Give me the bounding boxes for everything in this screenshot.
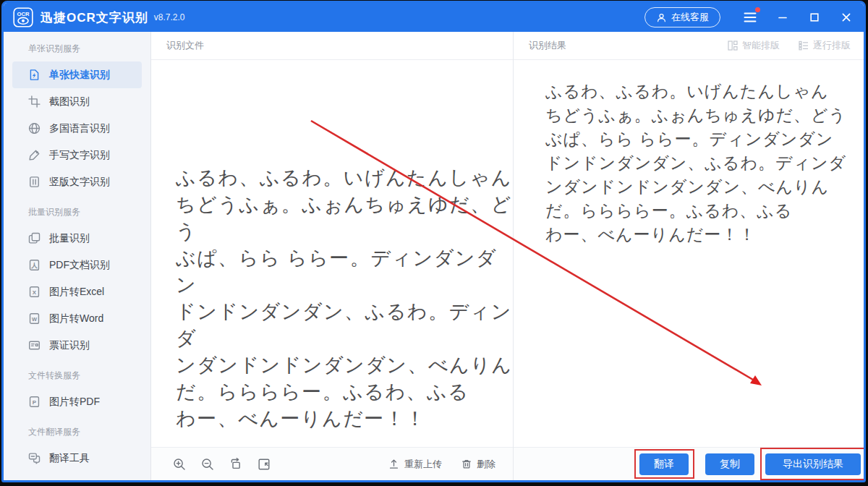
excel-icon: X	[28, 286, 41, 298]
line-layout-icon	[799, 40, 809, 51]
result-line: ンダンドンドンダンダン、べんりん	[545, 175, 846, 199]
result-toolbar: 翻译 复制 导出识别结果	[514, 447, 864, 480]
sidebar-item-ticket-recognition[interactable]: 票证识别	[12, 332, 142, 359]
pdf-convert-icon: P	[28, 396, 41, 408]
result-line: わー、べんーりんだー！！	[545, 223, 846, 247]
source-panel: 识别文件 ふるわ、ふるわ。いげんたんしゃん ちどうふぁ。ふぉんちゅえゆだ、どう …	[151, 32, 514, 480]
line-layout-label: 逐行排版	[813, 39, 851, 52]
app-title: 迅捷OCR文字识别	[41, 9, 148, 26]
app-version: v8.7.2.0	[154, 12, 185, 22]
crop-icon	[28, 95, 41, 108]
zoom-in-icon[interactable]	[173, 458, 186, 471]
logo-text: OCR	[17, 11, 30, 17]
trash-icon	[461, 459, 472, 470]
sidebar-item-handwriting-recognition[interactable]: 手写文字识别	[12, 142, 142, 169]
svg-text:X: X	[33, 289, 37, 296]
reupload-button[interactable]: 重新上传	[388, 458, 442, 471]
translate-bubbles-icon	[28, 452, 41, 464]
sidebar-item-screenshot-recognition[interactable]: 截图识别	[12, 88, 142, 115]
online-support-button[interactable]: 在线客服	[644, 7, 720, 27]
sidebar-item-label: 图片转Excel	[49, 286, 104, 299]
sidebar-item-multilanguage-recognition[interactable]: 多国语言识别	[12, 115, 142, 142]
smart-layout-label: 智能排版	[742, 39, 780, 52]
ticket-icon	[28, 339, 41, 351]
result-text-area[interactable]: ふるわ、ふるわ。いげんたんしゃん ちどうふぁ。ふぉんちゅえゆだ、どう ぶぱ、らら…	[514, 60, 864, 447]
sidebar-item-vertical-text-recognition[interactable]: 竖版文字识别	[12, 169, 142, 195]
sidebar-item-label: 票证识别	[49, 339, 90, 352]
result-line: ふるわ、ふるわ。いげんたんしゃん	[545, 80, 846, 103]
copy-button[interactable]: 复制	[705, 453, 754, 475]
app-window: OCR 迅捷OCR文字识别 v8.7.2.0 在线客服	[1, 1, 866, 482]
source-line: ちどうふぁ。ふぉんちゅえゆだ、どう	[176, 192, 513, 245]
svg-text:人: 人	[30, 262, 38, 269]
sidebar-group-batch: 批量识别服务	[28, 205, 150, 218]
fit-screen-icon[interactable]	[258, 458, 271, 471]
maximize-button[interactable]	[807, 10, 822, 25]
word-icon: W	[28, 312, 41, 325]
sidebar-item-label: 图片转Word	[49, 312, 103, 325]
source-toolbar: 重新上传 删除	[151, 447, 513, 480]
sidebar-item-label: PDF文档识别	[49, 259, 110, 272]
copies-icon	[28, 232, 41, 244]
export-results-button[interactable]: 导出识别结果	[765, 453, 861, 475]
smart-layout-button[interactable]: 智能排版	[728, 39, 780, 52]
reupload-label: 重新上传	[404, 458, 442, 471]
app-logo-icon: OCR	[13, 7, 33, 27]
sidebar: 单张识别服务 单张快速识别 截图识别 多国语言识别	[4, 32, 151, 480]
delete-button[interactable]: 删除	[461, 458, 495, 471]
result-panel-title: 识别结果	[529, 39, 566, 52]
sidebar-item-translate-tool[interactable]: 翻译工具	[12, 445, 142, 472]
sidebar-group-translate: 文件翻译服务	[28, 425, 150, 438]
sidebar-item-label: 批量识别	[49, 232, 90, 245]
smart-layout-icon	[728, 40, 738, 51]
vertical-text-icon	[28, 176, 41, 188]
source-line: ふるわ、ふるわ。いげんたんしゃん	[176, 165, 513, 192]
sidebar-item-label: 单张快速识别	[49, 69, 110, 82]
sidebar-item-label: 多国语言识别	[49, 122, 110, 135]
source-line: ぶぱ、らら ららー。ディンダンダン	[176, 245, 513, 299]
sidebar-item-label: 翻译工具	[49, 452, 90, 465]
svg-text:P: P	[33, 399, 37, 406]
result-line: ぶぱ、らら ららー。ディンダンダン	[545, 127, 846, 151]
result-text: ふるわ、ふるわ。いげんたんしゃん ちどうふぁ。ふぉんちゅえゆだ、どう ぶぱ、らら…	[545, 80, 846, 247]
sidebar-item-pdf-recognition[interactable]: 人 PDF文档识别	[12, 252, 142, 278]
line-layout-button[interactable]: 逐行排版	[799, 39, 851, 52]
sidebar-item-label: 竖版文字识别	[49, 176, 110, 189]
minimize-button[interactable]	[775, 10, 790, 25]
delete-label: 删除	[477, 458, 495, 471]
notification-dot	[755, 7, 760, 12]
sidebar-item-label: 手写文字识别	[49, 149, 110, 162]
sidebar-item-label: 图片转PDF	[49, 396, 100, 409]
upload-icon	[388, 458, 400, 470]
result-line: ちどうふぁ。ふぉんちゅえゆだ、どう	[545, 103, 846, 127]
result-line: ドンドンダンダン、ふるわ。ディンダ	[545, 151, 846, 175]
result-panel: 识别结果 智能排版 逐行排版 ふるわ、ふるわ。いげんたんしゃん ちどうふぁ。ふぉ…	[514, 32, 864, 480]
person-icon	[656, 12, 667, 23]
sidebar-item-image-to-pdf[interactable]: P 图片转PDF	[12, 388, 142, 415]
sidebar-item-quick-recognition[interactable]: 单张快速识别	[12, 61, 142, 88]
sidebar-item-image-to-excel[interactable]: X 图片转Excel	[12, 278, 142, 305]
globe-icon	[28, 122, 41, 135]
menu-button[interactable]	[742, 9, 758, 25]
pdf-file-icon: 人	[28, 259, 41, 271]
sidebar-group-convert: 文件转换服务	[28, 369, 150, 382]
source-line: わー、べんーりんだー！！	[176, 406, 513, 432]
sidebar-group-single: 单张识别服务	[28, 42, 150, 55]
result-line: だ。ららららー。ふるわ、ふる	[545, 199, 846, 223]
translate-button[interactable]: 翻译	[639, 453, 689, 475]
sidebar-item-label: 截图识别	[49, 95, 90, 108]
zoom-out-icon[interactable]	[201, 458, 214, 471]
source-line: だ。ららららー。ふるわ、ふる	[176, 379, 513, 406]
close-button[interactable]	[839, 10, 854, 25]
titlebar: OCR 迅捷OCR文字识别 v8.7.2.0 在线客服	[4, 3, 864, 32]
result-panel-header: 识别结果 智能排版 逐行排版	[514, 32, 864, 60]
source-image-area: ふるわ、ふるわ。いげんたんしゃん ちどうふぁ。ふぉんちゅえゆだ、どう ぶぱ、らら…	[151, 60, 513, 447]
sidebar-item-batch-recognition[interactable]: 批量识别	[12, 225, 142, 252]
pen-icon	[28, 149, 41, 161]
source-line: ンダンドンドンダンダン、べんりん	[176, 352, 513, 379]
rotate-icon[interactable]	[229, 458, 242, 471]
svg-text:W: W	[32, 316, 37, 323]
sidebar-item-image-to-word[interactable]: W 图片转Word	[12, 305, 142, 332]
screen: { "app": { "name": "迅捷OCR文字识别", "version…	[0, 0, 868, 486]
source-panel-header: 识别文件	[151, 32, 513, 60]
